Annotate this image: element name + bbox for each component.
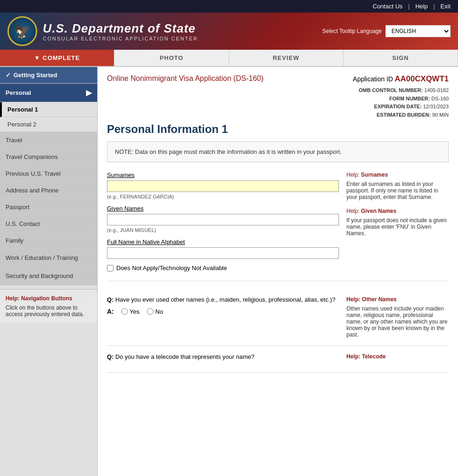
tooltip-label: Select Tooltip Language	[322, 28, 382, 34]
sidebar-item-travel-companions[interactable]: Travel Companions	[0, 149, 97, 165]
app-title: Online Nonimmigrant Visa Application (DS…	[107, 74, 264, 83]
sidebar-item-personal[interactable]: Personal ▶	[0, 84, 97, 102]
name-fields-left: Surnames (e.g., FERNANDEZ GARCIA) Given …	[107, 172, 339, 271]
contact-link[interactable]: Contact Us	[372, 3, 402, 10]
q1-yes-label: Yes	[130, 308, 139, 315]
q1-answer-row: A: Yes No	[107, 308, 339, 315]
header: 🦅 U.S. Department of State CONSULAR ELEC…	[0, 13, 458, 50]
qa-other-names-left: Q: Have you ever used other names (i.e.,…	[107, 296, 339, 338]
sidebar-item-security-background[interactable]: Security and Background	[0, 267, 97, 285]
sidebar-item-personal-1[interactable]: Personal 1	[0, 102, 97, 117]
name-form-section: Surnames (e.g., FERNANDEZ GARCIA) Given …	[107, 172, 449, 281]
sidebar: ✓Getting Started Personal ▶ Personal 1 P…	[0, 67, 98, 476]
surnames-hint: (e.g., FERNANDEZ GARCIA)	[107, 194, 339, 199]
name-help-right: Help: Surnames Enter all surnames as lis…	[346, 172, 449, 271]
tab-photo[interactable]: PHOTO	[114, 50, 229, 66]
separator-1: |	[408, 3, 410, 10]
arrow-icon: ▶	[86, 88, 92, 97]
surnames-input[interactable]	[107, 180, 339, 192]
given-names-field-group: Given Names (e.g., JUAN MIGUEL)	[107, 205, 339, 233]
does-not-apply-label: Does Not Apply/Technology Not Available	[116, 264, 227, 271]
sidebar-item-passport[interactable]: Passport	[0, 199, 97, 216]
sidebar-help-title: Help: Navigation Buttons	[6, 295, 92, 302]
sidebar-item-address-phone[interactable]: Address and Phone	[0, 182, 97, 199]
app-header-row: Online Nonimmigrant Visa Application (DS…	[107, 74, 449, 85]
help-surnames-text: Enter all surnames as listed in your pas…	[346, 181, 449, 200]
sidebar-item-us-contact[interactable]: U.S. Contact	[0, 216, 97, 232]
tab-sign[interactable]: SIGN	[344, 50, 458, 66]
app-id-value: AA00CXQWT1	[395, 74, 449, 83]
qa-other-names: Q: Have you ever used other names (i.e.,…	[107, 289, 449, 346]
exit-link[interactable]: Exit	[440, 3, 451, 10]
help-other-names-title: Help: Other Names	[346, 296, 449, 303]
help-surnames-title: Help: Surnames	[346, 172, 449, 178]
app-id-label: Application ID	[353, 75, 393, 83]
surnames-field-group: Surnames (e.g., FERNANDEZ GARCIA)	[107, 172, 339, 199]
surnames-label: Surnames	[107, 172, 339, 178]
qa-telecode-right: Help: Telecode	[346, 353, 449, 365]
sidebar-help: Help: Navigation Buttons Click on the bu…	[0, 289, 97, 323]
qa-telecode: Q: Do you have a telecode that represent…	[107, 346, 449, 373]
q1-question: Q: Have you ever used other names (i.e.,…	[107, 296, 339, 303]
help-given-names-title: Help: Given Names	[346, 208, 449, 214]
native-name-input[interactable]	[107, 247, 339, 259]
help-telecode-title: Help: Telecode	[346, 353, 449, 360]
seal-icon: 🦅	[7, 16, 37, 46]
q1-no-radio[interactable]	[147, 308, 153, 315]
q1-yes-radio[interactable]	[121, 308, 128, 315]
sidebar-item-personal-2[interactable]: Personal 2	[0, 117, 97, 132]
meta-info: OMB CONTROL NUMBER: 1405-0182 FORM NUMBE…	[107, 86, 449, 119]
content-inner: Online Nonimmigrant Visa Application (DS…	[98, 67, 458, 380]
agency-main: U.S. Department of State	[43, 21, 198, 36]
sidebar-item-travel[interactable]: Travel	[0, 132, 97, 149]
help-other-names-text: Other names used include your maiden nam…	[346, 305, 449, 338]
content-area: Online Nonimmigrant Visa Application (DS…	[98, 67, 458, 476]
q2-question: Q: Do you have a telecode that represent…	[107, 353, 339, 360]
given-names-input[interactable]	[107, 214, 339, 225]
tooltip-lang-section: Select Tooltip Language ENGLISH	[322, 25, 451, 37]
main-layout: ✓Getting Started Personal ▶ Personal 1 P…	[0, 67, 458, 476]
help-link[interactable]: Help	[415, 3, 428, 10]
tab-complete[interactable]: ▼ COMPLETE	[0, 50, 114, 66]
meta-details: OMB CONTROL NUMBER: 1405-0182 FORM NUMBE…	[358, 86, 449, 119]
q1-no-label: No	[155, 308, 163, 315]
q1-radio-group: Yes No	[121, 308, 163, 315]
sidebar-item-getting-started[interactable]: ✓Getting Started	[0, 67, 97, 84]
native-name-label: Full Name in Native Alphabet	[107, 238, 339, 245]
help-given-names-text: If your passport does not include a give…	[346, 217, 449, 237]
sidebar-item-family[interactable]: Family	[0, 232, 97, 249]
tab-review[interactable]: REVIEW	[229, 50, 344, 66]
note-text: NOTE: Data on this page must match the i…	[115, 148, 342, 155]
top-bar: Contact Us | Help | Exit	[0, 0, 458, 13]
sidebar-item-work-education[interactable]: Work / Education / Training	[0, 249, 97, 267]
sidebar-item-previous-us-travel[interactable]: Previous U.S. Travel	[0, 165, 97, 182]
tab-arrow: ▼	[34, 54, 42, 61]
agency-name: U.S. Department of State CONSULAR ELECTR…	[43, 21, 198, 41]
given-names-label: Given Names	[107, 205, 339, 212]
q1-yes-option: Yes	[121, 308, 139, 315]
qa-other-names-right: Help: Other Names Other names used inclu…	[346, 296, 449, 338]
check-icon: ✓	[6, 72, 11, 79]
note-box: NOTE: Data on this page must match the i…	[107, 141, 449, 162]
sidebar-help-text: Click on the buttons above to access pre…	[6, 304, 92, 317]
qa-telecode-left: Q: Do you have a telecode that represent…	[107, 353, 339, 365]
tooltip-language-select[interactable]: ENGLISH	[385, 25, 451, 37]
separator-2: |	[433, 3, 435, 10]
page-title: Personal Information 1	[107, 123, 449, 136]
header-left: 🦅 U.S. Department of State CONSULAR ELEC…	[7, 16, 198, 46]
does-not-apply-checkbox[interactable]	[107, 265, 113, 271]
does-not-apply-row: Does Not Apply/Technology Not Available	[107, 264, 339, 271]
native-name-field-group: Full Name in Native Alphabet Does Not Ap…	[107, 238, 339, 271]
tab-bar: ▼ COMPLETE PHOTO REVIEW SIGN	[0, 50, 458, 67]
agency-sub: CONSULAR ELECTRONIC APPLICATION CENTER	[43, 36, 198, 41]
q1-no-option: No	[147, 308, 163, 315]
given-names-hint: (e.g., JUAN MIGUEL)	[107, 227, 339, 233]
